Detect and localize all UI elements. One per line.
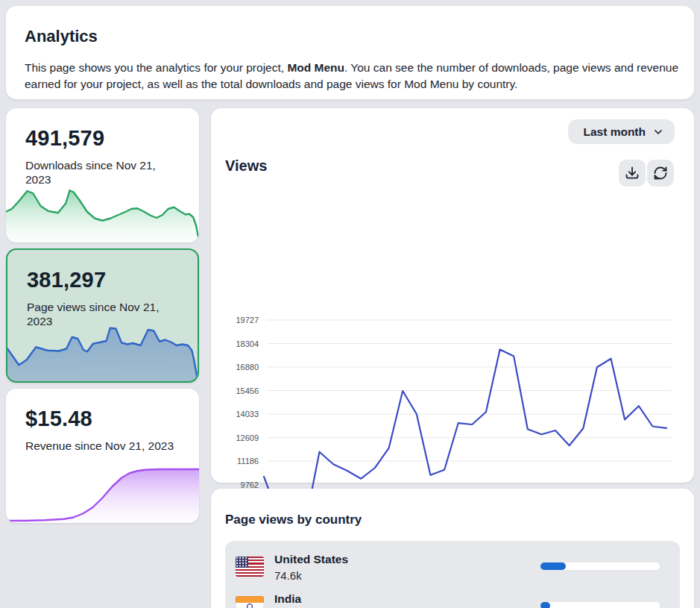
country-row-india: India <box>225 586 680 608</box>
stat-card-pageviews-selected[interactable]: 381,297 Page views since Nov 21, 2023 <box>6 248 199 383</box>
countries-list: United States 74.6k India <box>225 541 680 608</box>
views-chart-title: Views <box>225 157 267 175</box>
pageviews-sparkline <box>7 325 198 381</box>
downloads-sparkline <box>6 187 199 242</box>
downloads-count: 491,579 <box>25 126 104 151</box>
us-flag-icon <box>236 557 264 577</box>
revenue-amount: $15.48 <box>25 407 92 431</box>
svg-text:9762: 9762 <box>241 480 259 489</box>
svg-text:16880: 16880 <box>236 363 259 372</box>
page-title: Analytics <box>25 27 98 46</box>
header-card: Analytics This page shows you the analyt… <box>6 6 694 99</box>
svg-text:18304: 18304 <box>236 339 259 348</box>
country-bar-fill <box>540 562 566 570</box>
stat-card-downloads[interactable]: 491,579 Downloads since Nov 21, 2023 <box>6 108 199 242</box>
country-name: India <box>274 592 301 606</box>
country-bar-fill <box>540 602 550 608</box>
download-icon <box>625 166 640 181</box>
countries-section-title: Page views by country <box>225 513 362 527</box>
stat-card-revenue[interactable]: $15.48 Revenue since Nov 21, 2023 <box>6 389 199 523</box>
pageviews-count: 381,297 <box>27 268 106 292</box>
downloads-label: Downloads since Nov 21, 2023 <box>25 159 180 187</box>
country-pageviews-value: 74.6k <box>274 569 302 582</box>
refresh-data-button[interactable] <box>647 160 674 187</box>
svg-text:15456: 15456 <box>236 386 259 395</box>
country-bar-track <box>540 602 660 608</box>
country-name: United States <box>274 553 348 566</box>
svg-text:14033: 14033 <box>236 410 259 419</box>
project-name: Mod Menu <box>287 61 344 74</box>
country-row-united-states: United States 74.6k <box>225 547 680 586</box>
india-flag-icon <box>236 596 264 608</box>
svg-text:19727: 19727 <box>236 316 259 325</box>
download-data-button[interactable] <box>619 160 646 187</box>
refresh-icon <box>653 166 668 181</box>
revenue-sparkline <box>6 467 199 523</box>
page-description: This page shows you the analytics for yo… <box>25 60 679 93</box>
views-chart-card: Last month Views 54916915833897621118612… <box>211 108 694 483</box>
views-line-chart: 5491691583389762111861260914033154561688… <box>211 306 694 483</box>
date-range-label: Last month <box>583 125 646 139</box>
date-range-selector[interactable]: Last month <box>568 119 675 144</box>
country-bar-track <box>540 562 660 570</box>
svg-text:12609: 12609 <box>236 433 259 442</box>
pageviews-by-country-card: Page views by country United States 74.6… <box>211 489 694 608</box>
chevron-down-icon <box>652 126 664 138</box>
revenue-label: Revenue since Nov 21, 2023 <box>25 439 180 454</box>
page-description-prefix: This page shows you the analytics for yo… <box>25 61 287 74</box>
svg-text:11186: 11186 <box>237 457 259 466</box>
